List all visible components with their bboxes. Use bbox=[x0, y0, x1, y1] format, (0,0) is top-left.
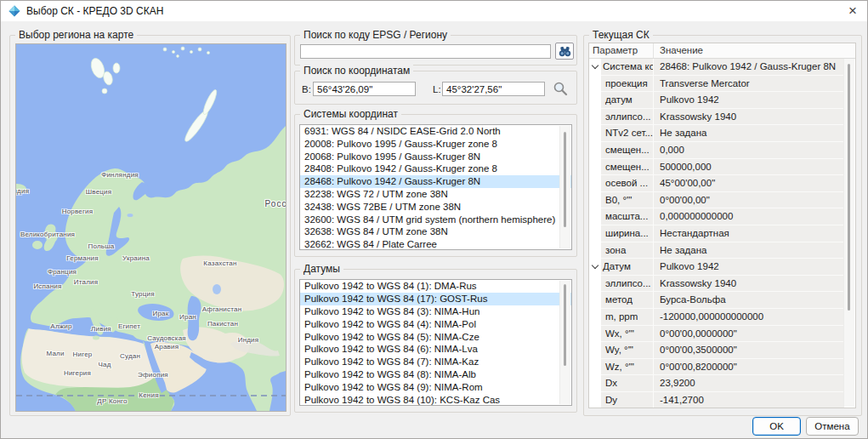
param-row[interactable]: B0, °'"0°00'00,00" bbox=[589, 192, 844, 209]
cs-list-item[interactable]: 28408: Pulkovo 1942 / Gauss-Kruger zone … bbox=[300, 162, 571, 175]
scrollbar[interactable] bbox=[559, 126, 570, 248]
datum-list-item[interactable]: Pulkovo 1942 to WGS 84 (4): NIMA-Pol bbox=[300, 318, 571, 331]
longitude-input[interactable] bbox=[442, 82, 545, 96]
epsg-search-input[interactable] bbox=[300, 44, 551, 59]
magnifier-icon bbox=[553, 81, 568, 96]
map-country-label: Казахстан bbox=[203, 259, 236, 268]
longitude-label: L: bbox=[433, 84, 441, 94]
param-cell: метод bbox=[601, 292, 653, 309]
param-row[interactable]: датумPulkovo 1942 bbox=[589, 92, 844, 109]
datum-list-item[interactable]: Pulkovo 1942 to WGS 84 (1): DMA-Rus bbox=[300, 280, 571, 293]
map-country-label: Украина bbox=[122, 254, 150, 263]
datums-list[interactable]: Pulkovo 1942 to WGS 84 (1): DMA-RusPulko… bbox=[299, 279, 572, 406]
app-icon bbox=[9, 5, 20, 17]
datum-list-item[interactable]: Pulkovo 1942 to WGS 84 (3): NIMA-Hun bbox=[300, 305, 571, 318]
row-gutter bbox=[589, 375, 601, 392]
datum-list-item[interactable]: Pulkovo 1942 to WGS 84 (6): NIMA-Lva bbox=[300, 343, 571, 356]
cs-list-item[interactable]: 32662: WGS 84 / Plate Carree bbox=[300, 238, 571, 250]
collapse-chevron-icon[interactable] bbox=[592, 262, 599, 269]
param-row[interactable]: Wy, °'"0°00'00,3500000" bbox=[589, 342, 844, 359]
map-country-label: Пакистан bbox=[207, 320, 238, 328]
param-cell: B0, °'" bbox=[601, 192, 653, 209]
value-cell: Transverse Mercator bbox=[653, 76, 844, 93]
latitude-input[interactable] bbox=[313, 82, 416, 96]
row-gutter bbox=[589, 392, 601, 408]
map-country-label: Иран bbox=[179, 313, 196, 322]
param-row[interactable]: Wx, °'"0°00'00,0000000" bbox=[589, 326, 844, 343]
scrollbar[interactable] bbox=[559, 281, 570, 404]
row-gutter bbox=[589, 125, 601, 142]
map-country-label: Индия bbox=[238, 336, 259, 345]
param-row[interactable]: осевой ...45°00'00,00" bbox=[589, 175, 844, 192]
param-cell: Dx bbox=[601, 375, 653, 392]
cancel-button[interactable]: Отмена bbox=[806, 417, 859, 436]
param-row[interactable]: Wz, °'"0°00'00,8200000" bbox=[589, 359, 844, 376]
map-country-label: Финляндия bbox=[101, 171, 139, 180]
row-gutter bbox=[589, 59, 601, 76]
row-gutter bbox=[589, 292, 601, 309]
map-country-label: ДР Конго bbox=[97, 397, 127, 406]
param-row[interactable]: NTv2 сет...Не задана bbox=[589, 125, 844, 142]
cs-list-item[interactable]: 32238: WGS 72 / UTM zone 38N bbox=[300, 188, 571, 201]
collapse-chevron-icon[interactable] bbox=[592, 62, 599, 69]
coords-search-button[interactable] bbox=[552, 81, 569, 98]
param-row[interactable]: методБурса-Вольфа bbox=[589, 292, 844, 309]
param-cell: смещен... bbox=[601, 159, 653, 176]
datum-list-item[interactable]: Pulkovo 1942 to WGS 84 (17): GOST-Rus bbox=[300, 293, 571, 305]
cs-list-item[interactable]: 32600: WGS 84 / UTM grid system (norther… bbox=[300, 214, 571, 226]
cs-list-item[interactable]: 32438: WGS 72BE / UTM zone 38N bbox=[300, 201, 571, 214]
row-gutter bbox=[589, 359, 601, 376]
datum-list-item[interactable]: Pulkovo 1942 to WGS 84 (10): KCS-Kaz Cas bbox=[300, 394, 571, 406]
param-row[interactable]: Dy-141,2700 bbox=[589, 392, 844, 408]
scrollbar[interactable] bbox=[843, 59, 854, 407]
param-cell: Wz, °'" bbox=[601, 359, 653, 376]
param-row[interactable]: Система ко...28468: Pulkovo 1942 / Gauss… bbox=[589, 59, 844, 76]
param-row[interactable]: смещен...500000,000 bbox=[589, 159, 844, 176]
value-cell: 0°00'00,00" bbox=[653, 192, 844, 209]
cs-list-item[interactable]: 32638: WGS 84 / UTM zone 38N bbox=[300, 225, 571, 238]
param-row[interactable]: смещен...0,000 bbox=[589, 142, 844, 159]
datum-list-item[interactable]: Pulkovo 1942 to WGS 84 (9): NIMA-Rom bbox=[300, 381, 571, 394]
map-country-label: Египет bbox=[118, 322, 140, 331]
row-gutter bbox=[589, 159, 601, 176]
epsg-search-button[interactable] bbox=[555, 43, 574, 60]
ok-button[interactable]: OK bbox=[752, 417, 801, 436]
world-map[interactable]: ИсландияФинляндияШвецияНорвегияВеликобри… bbox=[15, 43, 286, 412]
cs-list-item[interactable]: 20068: Pulkovo 1995 / Gauss-Kruger 8N bbox=[300, 151, 571, 163]
coordinate-systems-group: Системы координат 6931: WGS 84 / NSIDC E… bbox=[294, 114, 577, 257]
datum-list-item[interactable]: Pulkovo 1942 to WGS 84 (7): NIMA-Kaz bbox=[300, 356, 571, 368]
datum-list-item[interactable]: Pulkovo 1942 to WGS 84 (8): NIMA-Alb bbox=[300, 368, 571, 381]
cs-list-item[interactable]: 6931: WGS 84 / NSIDC EASE-Grid 2.0 North bbox=[300, 125, 571, 138]
map-country-label: Нигер bbox=[73, 351, 93, 359]
param-cell: Система ко... bbox=[601, 59, 653, 76]
param-cell: ширина... bbox=[601, 225, 653, 242]
map-country-label: Чад bbox=[98, 361, 111, 369]
value-cell: Не задана bbox=[653, 125, 844, 142]
param-row[interactable]: ширина...Нестандартная bbox=[589, 225, 844, 242]
value-cell: Krassowsky 1940 bbox=[653, 276, 844, 293]
close-icon[interactable]: × bbox=[843, 2, 862, 20]
cs-list-item[interactable]: 28468: Pulkovo 1942 / Gauss-Kruger 8N bbox=[300, 175, 571, 188]
coords-group-label: Поиск по координатам bbox=[300, 65, 413, 77]
datum-list-item[interactable]: Pulkovo 1942 to WGS 84 (5): NIMA-Cze bbox=[300, 331, 571, 344]
value-cell: 23,9200 bbox=[653, 375, 844, 392]
map-region-group: Выбор региона на карте bbox=[9, 35, 291, 416]
map-group-label: Выбор региона на карте bbox=[15, 29, 137, 41]
param-row[interactable]: масшта...0,000000000000 bbox=[589, 208, 844, 225]
value-cell: -120000,000000000000 bbox=[653, 309, 844, 326]
param-row[interactable]: эллипсо...Krassowsky 1940 bbox=[589, 276, 844, 293]
cs-list-item[interactable]: 20008: Pulkovo 1995 / Gauss-Kruger zone … bbox=[300, 138, 571, 151]
param-row[interactable]: ДатумPulkovo 1942 bbox=[589, 259, 844, 276]
param-row[interactable]: проекцияTransverse Mercator bbox=[589, 76, 844, 93]
param-row[interactable]: зонаНе задана bbox=[589, 242, 844, 259]
coords-search-group: Поиск по координатам B: L: bbox=[294, 71, 577, 105]
param-cell: проекция bbox=[601, 76, 653, 93]
datums-group-label: Датумы bbox=[300, 263, 343, 275]
value-cell: Pulkovo 1942 bbox=[653, 92, 844, 109]
coordinate-systems-list[interactable]: 6931: WGS 84 / NSIDC EASE-Grid 2.0 North… bbox=[299, 124, 572, 250]
row-gutter bbox=[589, 326, 601, 343]
param-row[interactable]: m, ppm-120000,000000000000 bbox=[589, 309, 844, 326]
window-title: Выбор СК - КРЕДО 3D СКАН bbox=[26, 5, 163, 17]
param-row[interactable]: Dx23,9200 bbox=[589, 375, 844, 392]
param-row[interactable]: эллипсо...Krassowsky 1940 bbox=[589, 109, 844, 126]
